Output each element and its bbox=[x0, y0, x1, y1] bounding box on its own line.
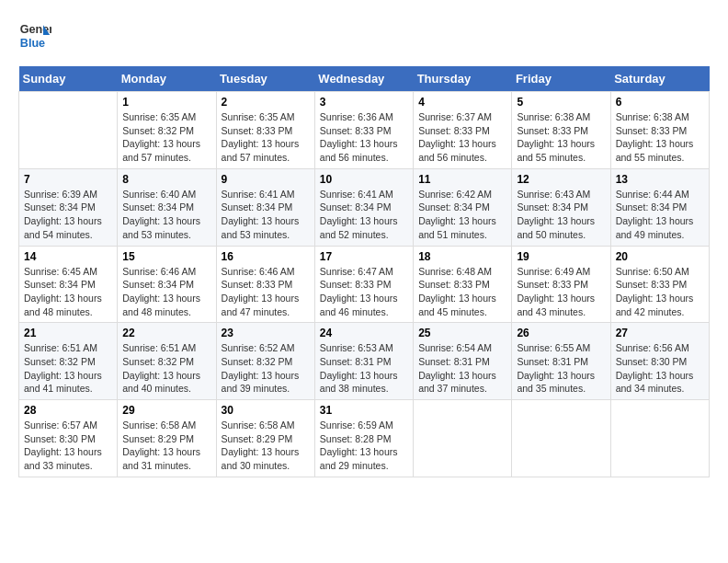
day-number: 21 bbox=[24, 327, 112, 339]
day-cell: 1Sunrise: 6:35 AM Sunset: 8:32 PM Daylig… bbox=[118, 92, 216, 169]
day-number: 6 bbox=[616, 96, 704, 109]
day-info: Sunrise: 6:53 AM Sunset: 8:31 PM Dayligh… bbox=[320, 341, 408, 396]
day-number: 8 bbox=[122, 173, 210, 186]
day-cell: 19Sunrise: 6:49 AM Sunset: 8:33 PM Dayli… bbox=[512, 246, 610, 323]
day-info: Sunrise: 6:37 AM Sunset: 8:33 PM Dayligh… bbox=[418, 110, 506, 165]
day-cell: 14Sunrise: 6:45 AM Sunset: 8:34 PM Dayli… bbox=[19, 246, 118, 323]
weekday-header-wednesday: Wednesday bbox=[314, 66, 413, 92]
day-info: Sunrise: 6:51 AM Sunset: 8:32 PM Dayligh… bbox=[122, 341, 210, 396]
week-row-5: 28Sunrise: 6:57 AM Sunset: 8:30 PM Dayli… bbox=[19, 400, 710, 477]
day-info: Sunrise: 6:58 AM Sunset: 8:29 PM Dayligh… bbox=[122, 419, 210, 473]
week-row-1: 1Sunrise: 6:35 AM Sunset: 8:32 PM Daylig… bbox=[19, 92, 710, 169]
day-cell: 20Sunrise: 6:50 AM Sunset: 8:33 PM Dayli… bbox=[610, 246, 709, 323]
day-number: 16 bbox=[222, 250, 310, 263]
day-cell: 3Sunrise: 6:36 AM Sunset: 8:33 PM Daylig… bbox=[314, 92, 413, 169]
day-cell: 30Sunrise: 6:58 AM Sunset: 8:29 PM Dayli… bbox=[216, 400, 314, 477]
day-number: 30 bbox=[222, 404, 310, 417]
day-cell: 16Sunrise: 6:46 AM Sunset: 8:33 PM Dayli… bbox=[216, 246, 314, 323]
weekday-header-monday: Monday bbox=[118, 66, 216, 92]
day-cell: 9Sunrise: 6:41 AM Sunset: 8:34 PM Daylig… bbox=[216, 168, 314, 246]
day-cell: 25Sunrise: 6:54 AM Sunset: 8:31 PM Dayli… bbox=[414, 323, 512, 400]
day-info: Sunrise: 6:38 AM Sunset: 8:33 PM Dayligh… bbox=[616, 110, 704, 165]
day-number: 31 bbox=[320, 404, 408, 417]
day-info: Sunrise: 6:54 AM Sunset: 8:31 PM Dayligh… bbox=[418, 341, 506, 396]
day-info: Sunrise: 6:47 AM Sunset: 8:33 PM Dayligh… bbox=[320, 265, 408, 319]
page-header: General Blue bbox=[18, 18, 710, 52]
day-cell: 12Sunrise: 6:43 AM Sunset: 8:34 PM Dayli… bbox=[512, 168, 610, 246]
day-number: 7 bbox=[24, 173, 112, 186]
day-number: 9 bbox=[222, 173, 310, 186]
day-cell: 29Sunrise: 6:58 AM Sunset: 8:29 PM Dayli… bbox=[118, 400, 216, 477]
day-number: 18 bbox=[418, 250, 506, 263]
day-info: Sunrise: 6:42 AM Sunset: 8:34 PM Dayligh… bbox=[418, 188, 506, 242]
day-cell: 18Sunrise: 6:48 AM Sunset: 8:33 PM Dayli… bbox=[414, 246, 512, 323]
day-cell: 28Sunrise: 6:57 AM Sunset: 8:30 PM Dayli… bbox=[19, 400, 118, 477]
day-info: Sunrise: 6:46 AM Sunset: 8:33 PM Dayligh… bbox=[222, 265, 310, 319]
day-cell: 15Sunrise: 6:46 AM Sunset: 8:34 PM Dayli… bbox=[118, 246, 216, 323]
weekday-header-tuesday: Tuesday bbox=[216, 66, 314, 92]
day-number: 22 bbox=[122, 327, 210, 339]
day-info: Sunrise: 6:57 AM Sunset: 8:30 PM Dayligh… bbox=[24, 419, 112, 473]
svg-text:Blue: Blue bbox=[20, 37, 45, 50]
day-cell: 6Sunrise: 6:38 AM Sunset: 8:33 PM Daylig… bbox=[610, 92, 709, 169]
day-number: 27 bbox=[616, 327, 704, 339]
day-info: Sunrise: 6:35 AM Sunset: 8:33 PM Dayligh… bbox=[222, 110, 310, 165]
day-info: Sunrise: 6:39 AM Sunset: 8:34 PM Dayligh… bbox=[24, 188, 112, 242]
day-number: 25 bbox=[418, 327, 506, 339]
day-info: Sunrise: 6:38 AM Sunset: 8:33 PM Dayligh… bbox=[517, 110, 605, 165]
day-number: 20 bbox=[616, 250, 704, 263]
day-info: Sunrise: 6:50 AM Sunset: 8:33 PM Dayligh… bbox=[616, 265, 704, 319]
week-row-3: 14Sunrise: 6:45 AM Sunset: 8:34 PM Dayli… bbox=[19, 246, 710, 323]
day-cell: 7Sunrise: 6:39 AM Sunset: 8:34 PM Daylig… bbox=[19, 168, 118, 246]
weekday-header-row: SundayMondayTuesdayWednesdayThursdayFrid… bbox=[19, 66, 710, 92]
day-cell: 23Sunrise: 6:52 AM Sunset: 8:32 PM Dayli… bbox=[216, 323, 314, 400]
day-cell: 13Sunrise: 6:44 AM Sunset: 8:34 PM Dayli… bbox=[610, 168, 709, 246]
day-cell: 10Sunrise: 6:41 AM Sunset: 8:34 PM Dayli… bbox=[314, 168, 413, 246]
day-number: 17 bbox=[320, 250, 408, 263]
day-number: 5 bbox=[517, 96, 605, 109]
day-cell: 27Sunrise: 6:56 AM Sunset: 8:30 PM Dayli… bbox=[610, 323, 709, 400]
day-cell: 17Sunrise: 6:47 AM Sunset: 8:33 PM Dayli… bbox=[314, 246, 413, 323]
day-info: Sunrise: 6:45 AM Sunset: 8:34 PM Dayligh… bbox=[24, 265, 112, 319]
day-cell: 31Sunrise: 6:59 AM Sunset: 8:28 PM Dayli… bbox=[314, 400, 413, 477]
day-number: 26 bbox=[517, 327, 605, 339]
day-info: Sunrise: 6:51 AM Sunset: 8:32 PM Dayligh… bbox=[24, 341, 112, 396]
day-cell bbox=[414, 400, 512, 477]
day-number: 12 bbox=[517, 173, 605, 186]
day-cell: 11Sunrise: 6:42 AM Sunset: 8:34 PM Dayli… bbox=[414, 168, 512, 246]
calendar-table: SundayMondayTuesdayWednesdayThursdayFrid… bbox=[18, 66, 710, 477]
day-info: Sunrise: 6:59 AM Sunset: 8:28 PM Dayligh… bbox=[320, 419, 408, 473]
day-info: Sunrise: 6:40 AM Sunset: 8:34 PM Dayligh… bbox=[122, 188, 210, 242]
day-info: Sunrise: 6:55 AM Sunset: 8:31 PM Dayligh… bbox=[517, 341, 605, 396]
day-cell: 4Sunrise: 6:37 AM Sunset: 8:33 PM Daylig… bbox=[414, 92, 512, 169]
day-number: 24 bbox=[320, 327, 408, 339]
week-row-2: 7Sunrise: 6:39 AM Sunset: 8:34 PM Daylig… bbox=[19, 168, 710, 246]
logo: General Blue bbox=[18, 18, 51, 52]
day-number: 4 bbox=[418, 96, 506, 109]
day-info: Sunrise: 6:46 AM Sunset: 8:34 PM Dayligh… bbox=[122, 265, 210, 319]
day-info: Sunrise: 6:35 AM Sunset: 8:32 PM Dayligh… bbox=[122, 110, 210, 165]
day-info: Sunrise: 6:41 AM Sunset: 8:34 PM Dayligh… bbox=[320, 188, 408, 242]
weekday-header-friday: Friday bbox=[512, 66, 610, 92]
day-number: 2 bbox=[222, 96, 310, 109]
day-number: 15 bbox=[122, 250, 210, 263]
logo-icon: General Blue bbox=[18, 18, 51, 52]
day-cell: 8Sunrise: 6:40 AM Sunset: 8:34 PM Daylig… bbox=[118, 168, 216, 246]
day-number: 3 bbox=[320, 96, 408, 109]
day-info: Sunrise: 6:41 AM Sunset: 8:34 PM Dayligh… bbox=[222, 188, 310, 242]
day-number: 10 bbox=[320, 173, 408, 186]
day-cell: 22Sunrise: 6:51 AM Sunset: 8:32 PM Dayli… bbox=[118, 323, 216, 400]
day-number: 23 bbox=[222, 327, 310, 339]
weekday-header-thursday: Thursday bbox=[414, 66, 512, 92]
day-number: 1 bbox=[122, 96, 210, 109]
day-cell: 2Sunrise: 6:35 AM Sunset: 8:33 PM Daylig… bbox=[216, 92, 314, 169]
day-number: 14 bbox=[24, 250, 112, 263]
day-cell bbox=[512, 400, 610, 477]
day-info: Sunrise: 6:49 AM Sunset: 8:33 PM Dayligh… bbox=[517, 265, 605, 319]
weekday-header-saturday: Saturday bbox=[610, 66, 709, 92]
day-cell: 21Sunrise: 6:51 AM Sunset: 8:32 PM Dayli… bbox=[19, 323, 118, 400]
day-info: Sunrise: 6:52 AM Sunset: 8:32 PM Dayligh… bbox=[222, 341, 310, 396]
day-info: Sunrise: 6:43 AM Sunset: 8:34 PM Dayligh… bbox=[517, 188, 605, 242]
day-number: 19 bbox=[517, 250, 605, 263]
day-number: 11 bbox=[418, 173, 506, 186]
